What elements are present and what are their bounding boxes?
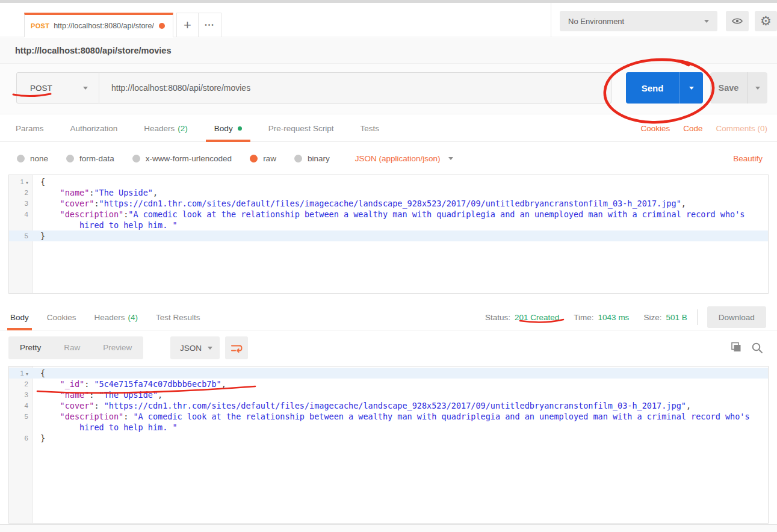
search-icon (750, 341, 764, 355)
response-format-select[interactable]: JSON (170, 336, 220, 359)
body-mode-binary[interactable]: binary (294, 154, 330, 163)
gear-icon: ⚙ (760, 14, 772, 28)
request-tab-label: Headers (144, 124, 175, 133)
code-line: { (33, 368, 768, 379)
chevron-down-icon (83, 87, 88, 90)
request-builder-row: POST Send Save (0, 64, 777, 114)
view-tab-preview[interactable]: Preview (91, 336, 143, 359)
request-tab-headers[interactable]: Headers(2) (131, 114, 201, 142)
link-code[interactable]: Code (683, 124, 702, 133)
code-line: "cover": "https://cdn1.thr.com/sites/def… (33, 400, 768, 411)
beautify-link[interactable]: Beautify (733, 154, 763, 163)
code-row: 5} (9, 230, 768, 241)
save-button[interactable]: Save (710, 72, 767, 104)
request-links: CookiesCodeComments (0) (640, 114, 767, 142)
view-tab-pretty[interactable]: Pretty (8, 336, 52, 359)
body-mode-raw[interactable]: raw (250, 154, 276, 163)
environment-select[interactable]: No Environment (560, 11, 717, 31)
body-mode-label: raw (263, 154, 276, 163)
tab-count-badge: (4) (128, 313, 138, 322)
request-body-editor[interactable]: 1▾{2 "name":"The Upside",3 "cover":"http… (8, 175, 769, 294)
code-line: "name": "The Upside", (33, 389, 768, 400)
code-row: 4 "cover": "https://cdn1.thr.com/sites/d… (9, 400, 768, 411)
chevron-down-icon (448, 157, 453, 160)
link-cookies[interactable]: Cookies (640, 124, 670, 133)
response-tab-label: Body (10, 313, 29, 322)
request-tab-label: Params (16, 124, 44, 133)
request-title: http://localhost:8080/api/store/movies (15, 46, 171, 55)
response-tab-headers[interactable]: Headers(4) (85, 304, 147, 330)
code-line: } (33, 230, 768, 241)
request-tab-body[interactable]: Body (201, 114, 255, 142)
request-tabs-row: ParamsAuthorizationHeaders(2)BodyPre-req… (0, 114, 777, 142)
response-format-label: JSON (180, 344, 208, 353)
line-number: 6 (9, 433, 33, 444)
code-line: hired to help him. " (33, 220, 768, 230)
code-row: 1▾{ (9, 368, 768, 379)
new-tab-button[interactable]: + (176, 13, 199, 37)
status-value: 201 Created (515, 313, 559, 322)
search-response-button[interactable] (750, 341, 764, 357)
request-body-code: 1▾{2 "name":"The Upside",3 "cover":"http… (9, 176, 768, 241)
meta-divider (697, 309, 698, 325)
request-tab-tests[interactable]: Tests (347, 114, 392, 142)
send-button[interactable]: Send (626, 72, 703, 104)
radio-icon (294, 155, 302, 162)
copy-icon (729, 341, 743, 355)
environment-quick-look-button[interactable] (726, 11, 749, 31)
code-line: "_id": "5c4e715fa74c07dbbb6ecb7b", (33, 379, 768, 389)
download-button[interactable]: Download (707, 306, 766, 328)
line-number (9, 220, 33, 230)
wrap-lines-button[interactable] (225, 336, 248, 359)
request-tab-authorization[interactable]: Authorization (57, 114, 131, 142)
unsaved-changes-dot (159, 23, 165, 29)
size-value: 501 B (666, 313, 687, 322)
url-input[interactable] (99, 72, 611, 104)
code-line: "cover":"https://cdn1.thr.com/sites/defa… (33, 198, 768, 209)
code-row: 5 "description": "A comedic look at the … (9, 411, 768, 422)
code-row: 2 "_id": "5c4e715fa74c07dbbb6ecb7b", (9, 379, 768, 389)
code-line: "name":"The Upside", (33, 187, 768, 198)
request-tab[interactable]: POST http://localhost:8080/api/store/ (24, 13, 173, 37)
request-tab-label: Pre-request Script (268, 124, 334, 133)
response-meta-row: BodyCookiesHeaders(4)Test Results Status… (0, 304, 777, 330)
response-tab-body[interactable]: Body (1, 304, 38, 330)
radio-icon (132, 155, 140, 162)
body-mode-form-data[interactable]: form-data (66, 154, 114, 163)
radio-icon (17, 155, 25, 162)
method-select[interactable]: POST (16, 72, 99, 104)
send-button-label[interactable]: Send (626, 72, 679, 104)
time-label: Time: (574, 313, 593, 322)
link-comments-0[interactable]: Comments (0) (716, 124, 767, 133)
body-mode-row: noneform-datax-www-form-urlencodedrawbin… (0, 142, 777, 175)
copy-response-button[interactable] (729, 341, 743, 357)
body-mode-x-www-form-urlencoded[interactable]: x-www-form-urlencoded (132, 154, 232, 163)
send-options-button[interactable] (679, 72, 703, 104)
settings-button[interactable]: ⚙ (755, 11, 777, 31)
code-row: 3 "cover":"https://cdn1.thr.com/sites/de… (9, 198, 768, 209)
content-type-select[interactable]: JSON (application/json) (355, 154, 454, 163)
fold-caret-icon: ▾ (26, 180, 28, 185)
postman-app: POST http://localhost:8080/api/store/ + … (0, 0, 777, 532)
response-tab-label: Test Results (156, 313, 200, 322)
code-line: "description": "A comedic look at the re… (33, 411, 768, 422)
line-number: 1▾ (9, 176, 33, 187)
line-number: 5 (9, 230, 33, 241)
response-body-editor[interactable]: 1▾{2 "_id": "5c4e715fa74c07dbbb6ecb7b",3… (8, 366, 769, 524)
request-tab-label: Body (214, 124, 233, 133)
response-tab-test-results[interactable]: Test Results (147, 304, 209, 330)
content-type-label: JSON (application/json) (355, 154, 441, 163)
view-tab-raw[interactable]: Raw (52, 336, 91, 359)
response-tab-cookies[interactable]: Cookies (38, 304, 85, 330)
save-options-button[interactable] (747, 72, 767, 104)
request-tab-pre-request-script[interactable]: Pre-request Script (255, 114, 347, 142)
save-button-label[interactable]: Save (710, 72, 747, 104)
request-tab-params[interactable]: Params (2, 114, 57, 142)
more-tabs-button[interactable]: ••• (198, 13, 221, 37)
response-meta: Status: 201 Created Time: 1043 ms Size: … (485, 304, 766, 330)
method-select-label: POST (30, 84, 83, 93)
body-modified-dot (238, 126, 242, 131)
chevron-down-icon (704, 20, 709, 23)
response-toolbar: PrettyRawPreview JSON (0, 335, 777, 361)
body-mode-none[interactable]: none (17, 154, 48, 163)
